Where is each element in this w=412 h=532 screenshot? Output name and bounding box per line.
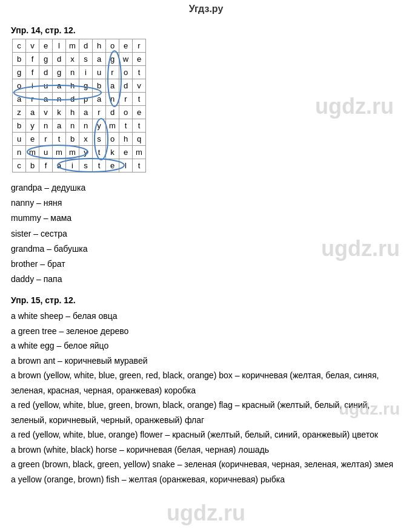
exercise-15-line: a red (yellow, white, blue, orange) flow… — [11, 427, 401, 442]
grid-cell: a — [39, 93, 53, 106]
grid-cell: t — [93, 146, 106, 159]
grid-cell: t — [133, 159, 146, 172]
grid-cell: h — [66, 106, 79, 119]
grid-cell: e — [133, 106, 146, 119]
grid-cell: m — [66, 39, 79, 53]
grid-cell: u — [13, 133, 26, 146]
grid-cell: t — [133, 93, 146, 106]
watermark-4: ugdz.ru — [167, 501, 245, 526]
exercise-15-line: a green (brown, black, green, yellow) sn… — [11, 457, 401, 472]
grid-cell: e — [133, 53, 146, 66]
grid-cell: s — [93, 133, 106, 146]
grid-cell: l — [53, 39, 66, 53]
grid-cell: p — [79, 93, 93, 106]
vocab-item: mummy – мама — [11, 211, 401, 226]
grid-cell: k — [53, 106, 66, 119]
grid-cell: i — [66, 159, 79, 172]
vocab-item: nanny – няня — [11, 195, 401, 211]
vocab-item: brother – брат — [11, 257, 401, 272]
grid-cell: a — [79, 106, 93, 119]
grid-cell: t — [119, 119, 133, 133]
grid-cell: a — [53, 119, 66, 133]
grid-cell: f — [26, 66, 39, 79]
exercise-15-line: a brown (yellow, white, blue, green, red… — [11, 368, 401, 398]
grid-cell: e — [106, 159, 119, 172]
exercise-14-title: Упр. 14, стр. 12. — [11, 25, 401, 35]
grid-cell: d — [79, 39, 93, 53]
exercise-15-line: a brown ant – коричневый муравей — [11, 353, 401, 369]
vocabulary-list-14: grandpa – дедушкаnanny – няняmummy – мам… — [11, 180, 401, 287]
grid-cell: n — [66, 119, 79, 133]
grid-cell: k — [106, 146, 119, 159]
grid-cell: b — [93, 79, 106, 93]
grid-cell: s — [79, 159, 93, 172]
grid-cell: e — [39, 39, 53, 53]
grid-cell: o — [106, 133, 119, 146]
grid-cell: u — [39, 146, 53, 159]
vocab-item: daddy – папа — [11, 272, 401, 287]
grid-cell: f — [26, 53, 39, 66]
grid-cell: d — [66, 93, 79, 106]
grid-cell: v — [26, 39, 39, 53]
exercise-15-line: a white egg – белое яйцо — [11, 338, 401, 353]
grid-cell: x — [66, 53, 79, 66]
grid-cell: g — [53, 66, 66, 79]
vocab-item: grandma – бабушка — [11, 241, 401, 257]
grid-cell: n — [79, 119, 93, 133]
grid-cell: d — [106, 106, 119, 119]
grid-cell: l — [119, 159, 133, 172]
grid-cell: c — [13, 159, 26, 172]
vocab-item: grandpa – дедушка — [11, 180, 401, 195]
grid-cell: c — [13, 39, 26, 53]
grid-cell: m — [66, 146, 79, 159]
grid-cell: u — [93, 66, 106, 79]
grid-cell: s — [79, 53, 93, 66]
grid-cell: e — [26, 133, 39, 146]
grid-cell: o — [119, 66, 133, 79]
grid-cell: o — [119, 106, 133, 119]
grid-cell: a — [13, 93, 26, 106]
grid-cell: y — [93, 119, 106, 133]
grid-cell: d — [39, 66, 53, 79]
grid-cell: i — [79, 66, 93, 79]
grid-cell: r — [26, 93, 39, 106]
grid-cell: r — [106, 66, 119, 79]
grid-cell: a — [53, 79, 66, 93]
grid-cell: z — [13, 106, 26, 119]
grid-cell: g — [79, 79, 93, 93]
grid-cell: y — [26, 119, 39, 133]
grid-cell: m — [133, 146, 146, 159]
grid-cell: r — [93, 106, 106, 119]
grid-cell: e — [119, 146, 133, 159]
grid-cell: n — [66, 66, 79, 79]
exercise-15-line: a brown (white, black) horse – коричнева… — [11, 442, 401, 458]
grid-cell: v — [133, 79, 146, 93]
exercise-15-line: a white sheep – белая овца — [11, 309, 401, 324]
grid-cell: q — [133, 133, 146, 146]
grid-cell: a — [26, 106, 39, 119]
grid-cell: w — [119, 53, 133, 66]
exercise-15-content: a white sheep – белая овцаa green tree –… — [11, 309, 401, 487]
grid-cell: n — [13, 146, 26, 159]
grid-cell: f — [39, 159, 53, 172]
grid-cell: o — [13, 79, 26, 93]
grid-cell: r — [39, 133, 53, 146]
exercise-15-title: Упр. 15, стр. 12. — [11, 295, 401, 305]
grid-cell: b — [66, 133, 79, 146]
vocab-item: sister – сестра — [11, 226, 401, 241]
grid-cell: g — [106, 53, 119, 66]
grid-cell: r — [119, 93, 133, 106]
grid-cell: u — [39, 79, 53, 93]
grid-cell: a — [53, 159, 66, 172]
grid-cell: o — [106, 39, 119, 53]
grid-cell: v — [39, 106, 53, 119]
grid-cell: n — [106, 93, 119, 106]
grid-cell: g — [39, 53, 53, 66]
grid-cell: h — [119, 133, 133, 146]
grid-cell: x — [79, 133, 93, 146]
grid-cell: b — [13, 53, 26, 66]
grid-cell: r — [133, 39, 146, 53]
grid-cell: a — [93, 53, 106, 66]
grid-cell: t — [93, 159, 106, 172]
grid-cell: d — [119, 79, 133, 93]
